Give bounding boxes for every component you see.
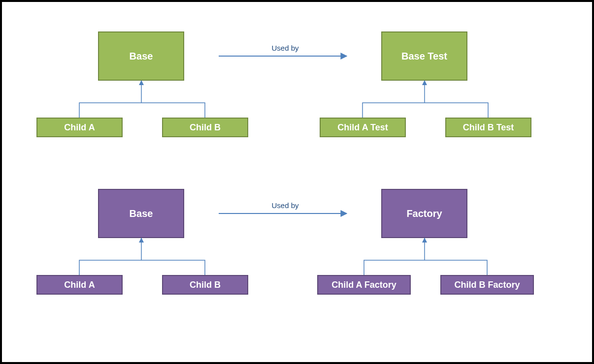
top-right-base-label: Base Test: [401, 51, 447, 62]
diagram-frame: Base Child A Child B Base Test Child A T…: [0, 0, 594, 364]
top-arrow-label: Used by: [265, 44, 305, 52]
tr-connector: [363, 87, 488, 118]
bl-connector: [79, 244, 205, 275]
top-left-base-box: Base: [98, 31, 184, 81]
bottom-left-child-a-box: Child A: [36, 275, 123, 295]
top-right-child-a-box: Child A Test: [320, 118, 406, 137]
bottom-arrow-label: Used by: [265, 201, 305, 210]
bottom-left-base-box: Base: [98, 189, 184, 238]
top-left-child-b-box: Child B: [162, 118, 248, 137]
bottom-left-child-a-label: Child A: [64, 280, 95, 290]
top-left-child-b-label: Child B: [190, 122, 221, 133]
top-left-child-a-box: Child A: [36, 118, 123, 137]
bottom-right-child-a-label: Child A Factory: [331, 280, 396, 290]
bottom-right-base-label: Factory: [406, 208, 442, 219]
top-right-base-box: Base Test: [381, 31, 467, 81]
top-right-child-b-label: Child B Test: [463, 122, 514, 133]
bottom-left-child-b-label: Child B: [190, 280, 221, 290]
bottom-right-child-b-box: Child B Factory: [440, 275, 534, 295]
bottom-right-base-box: Factory: [381, 189, 467, 238]
bottom-right-child-a-box: Child A Factory: [317, 275, 411, 295]
top-left-child-a-label: Child A: [64, 122, 95, 133]
top-right-child-a-label: Child A Test: [337, 122, 388, 133]
bottom-left-child-b-box: Child B: [162, 275, 248, 295]
tl-connector: [79, 87, 205, 118]
bottom-left-base-label: Base: [130, 208, 153, 219]
bottom-right-child-b-label: Child B Factory: [454, 280, 520, 290]
top-right-child-b-box: Child B Test: [445, 118, 531, 137]
br-connector: [364, 244, 487, 275]
connectors-svg: [2, 2, 594, 364]
top-left-base-label: Base: [130, 51, 153, 62]
